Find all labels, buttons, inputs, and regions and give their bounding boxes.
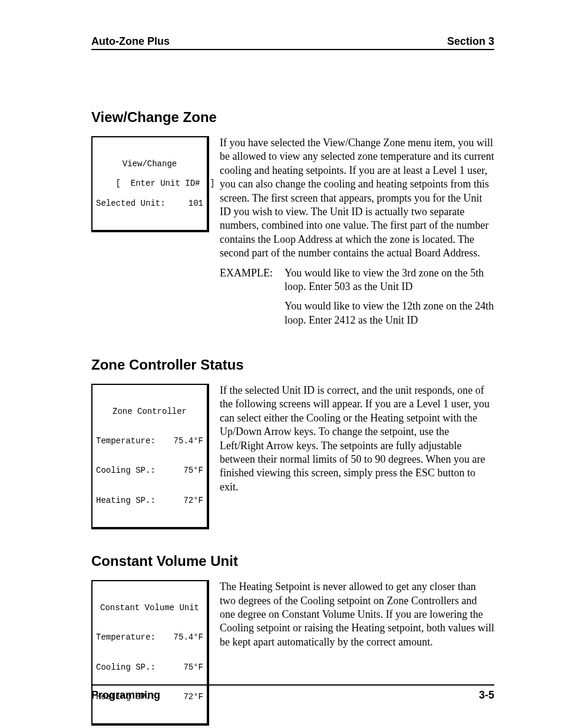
footer-left: Programming — [91, 689, 160, 701]
page-header: Auto-Zone Plus Section 3 — [91, 35, 494, 50]
paragraph-zone-controller: If the selected Unit ID is correct, and … — [220, 384, 494, 494]
row-label: Temperature: — [96, 633, 156, 643]
screen-title: Zone Controller — [96, 407, 203, 417]
screen-selected-unit-label: Selected Unit: — [96, 199, 166, 209]
row-label: Cooling SP.: — [96, 663, 156, 673]
body-zone-controller: If the selected Unit ID is correct, and … — [220, 384, 494, 500]
row-value: 72°F — [183, 496, 203, 506]
paragraph-view-change: If you have selected the View/Change Zon… — [220, 136, 494, 261]
row-value: 75°F — [183, 663, 203, 673]
row-value: 75°F — [183, 466, 203, 476]
section-constant-volume: Constant Volume Unit Temperature: 75.4°F… — [91, 580, 494, 726]
body-constant-volume: The Heating Setpoint is never allowed to… — [220, 580, 494, 655]
footer-right: 3-5 — [479, 689, 494, 701]
row-label: Cooling SP.: — [96, 466, 156, 476]
screen-view-change: View/Change [ Enter Unit ID# ] Selected … — [91, 136, 209, 232]
screen-constant-volume: Constant Volume Unit Temperature: 75.4°F… — [91, 580, 209, 726]
row-value: 75.4°F — [174, 633, 203, 643]
heading-view-change-zone: View/Change Zone — [91, 109, 494, 126]
row-label: Temperature: — [96, 436, 156, 446]
screen-zone-controller: Zone Controller Temperature: 75.4°F Cool… — [91, 384, 209, 529]
screen-title: Constant Volume Unit — [96, 603, 203, 613]
screen-line-enter-unit: [ Enter Unit ID# ] — [116, 179, 215, 188]
header-right: Section 3 — [447, 35, 494, 48]
screen-selected-unit-value: 101 — [189, 199, 203, 209]
section-view-change-zone: View/Change [ Enter Unit ID# ] Selected … — [91, 136, 494, 333]
row-value: 75.4°F — [174, 436, 203, 446]
heading-zone-controller-status: Zone Controller Status — [91, 357, 494, 373]
section-zone-controller: Zone Controller Temperature: 75.4°F Cool… — [91, 384, 494, 529]
example-1: You would like to view the 3rd zone on t… — [285, 266, 494, 294]
example-block: EXAMPLE: You would like to view the 3rd … — [220, 266, 494, 334]
screen-title: View/Change — [96, 159, 203, 169]
header-left: Auto-Zone Plus — [91, 35, 170, 48]
paragraph-constant-volume: The Heating Setpoint is never allowed to… — [220, 580, 494, 649]
page-footer: Programming 3-5 — [91, 684, 494, 701]
heading-constant-volume-unit: Constant Volume Unit — [91, 553, 494, 569]
row-label: Heating SP.: — [96, 496, 156, 506]
example-2: You would like to view the 12th zone on … — [285, 299, 494, 327]
body-view-change: If you have selected the View/Change Zon… — [220, 136, 494, 333]
example-label: EXAMPLE: — [220, 266, 285, 334]
